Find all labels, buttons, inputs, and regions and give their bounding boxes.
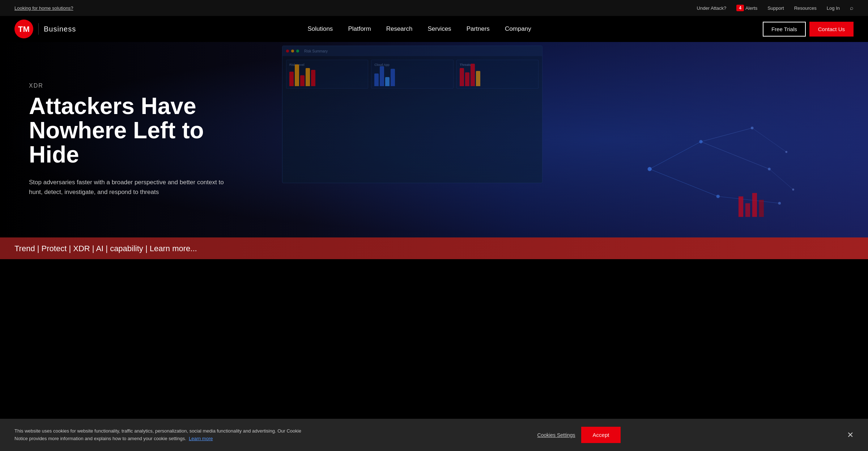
svg-line-2 [650, 142, 701, 169]
svg-point-15 [785, 151, 787, 153]
dash-bar-8 [385, 77, 390, 86]
dash-card-1: Risk Level [286, 60, 368, 89]
nav-platform[interactable]: Platform [341, 16, 377, 42]
dash-card-3: Threats [456, 60, 539, 89]
dash-bar-row-1 [289, 68, 365, 86]
scroll-text: Trend | Protect | XDR | AI | capability … [14, 244, 197, 253]
svg-rect-17 [739, 197, 743, 217]
svg-line-7 [752, 128, 787, 152]
dash-card-2: Cloud App [371, 60, 453, 89]
dashboard-title: Risk Summary [304, 49, 328, 53]
svg-line-8 [769, 169, 793, 190]
dash-bar-2 [295, 64, 299, 86]
resources-link[interactable]: Resources [794, 5, 817, 11]
hero-subtitle: Stop adversaries faster with a broader p… [29, 177, 224, 197]
dashboard-content: Risk Level Cloud App [282, 56, 542, 92]
dash-dot-green [296, 50, 299, 52]
svg-point-10 [699, 140, 702, 143]
dash-bar-12 [471, 64, 475, 86]
nav-links: Solutions Platform Research Services Par… [301, 16, 537, 42]
dash-bar-3 [300, 75, 305, 86]
svg-point-13 [768, 168, 771, 170]
svg-line-3 [650, 169, 718, 197]
svg-point-12 [751, 127, 754, 130]
hero-section: Risk Summary Risk Level Cloud App [0, 42, 868, 237]
hero-screen-graphic: Risk Summary Risk Level Cloud App [260, 42, 868, 237]
free-trials-button[interactable]: Free Trials [763, 22, 806, 37]
top-bar-left: Looking for home solutions? [14, 5, 73, 11]
dash-bar-1 [289, 72, 294, 86]
home-solutions-link[interactable]: Looking for home solutions? [14, 5, 73, 11]
dash-card-1-title: Risk Level [289, 63, 365, 67]
svg-point-11 [716, 195, 720, 198]
alert-badge: 4 [736, 5, 744, 11]
nav-partners[interactable]: Partners [460, 16, 496, 42]
hero-title-line1: Attackers Have [29, 93, 196, 119]
alerts-label: Alerts [745, 5, 757, 11]
nav-actions: Free Trials Contact Us [763, 22, 854, 37]
hero-content: XDR Attackers Have Nowhere Left to Hide … [0, 83, 224, 197]
logo-business-label: Business [44, 25, 76, 33]
nav-research[interactable]: Research [380, 16, 419, 42]
hero-title-line2: Nowhere Left to [29, 117, 204, 143]
svg-rect-19 [752, 193, 757, 217]
dash-bar-4 [306, 68, 310, 86]
hero-title: Attackers Have Nowhere Left to Hide [29, 94, 224, 167]
dash-dot-red [286, 50, 289, 52]
dash-bar-10 [460, 68, 464, 86]
contact-us-button[interactable]: Contact Us [809, 22, 854, 37]
svg-point-16 [792, 189, 794, 191]
login-link[interactable]: Log In [827, 5, 840, 11]
svg-rect-20 [759, 200, 764, 217]
dash-bar-7 [380, 66, 384, 86]
svg-line-5 [701, 142, 769, 169]
dash-card-2-title: Cloud App [374, 63, 450, 67]
dash-bar-row-2 [374, 68, 450, 86]
svg-point-9 [648, 167, 652, 171]
dash-bar-6 [374, 73, 379, 86]
alerts-item[interactable]: 4 Alerts [736, 5, 757, 11]
top-bar: Looking for home solutions? Under Attack… [0, 0, 868, 16]
svg-line-6 [718, 197, 779, 203]
search-icon[interactable]: ⌕ [850, 5, 854, 11]
network-visualization [534, 101, 868, 237]
logo: TM Business [14, 20, 76, 38]
dash-bar-9 [391, 69, 395, 86]
under-attack-link[interactable]: Under Attack? [697, 5, 727, 11]
scroll-strip: Trend | Protect | XDR | AI | capability … [0, 237, 868, 259]
svg-rect-18 [745, 203, 750, 217]
hero-label: XDR [29, 83, 224, 89]
dash-bar-11 [465, 72, 469, 86]
dash-bar-5 [311, 70, 315, 86]
support-link[interactable]: Support [767, 5, 784, 11]
svg-line-4 [701, 128, 752, 142]
top-bar-right: Under Attack? 4 Alerts Support Resources… [697, 5, 854, 11]
dashboard-header: Risk Summary [282, 46, 542, 56]
svg-text:TM: TM [18, 25, 30, 34]
nav-solutions[interactable]: Solutions [301, 16, 339, 42]
dashboard-simulation: Risk Summary Risk Level Cloud App [282, 46, 542, 183]
nav-company[interactable]: Company [498, 16, 538, 42]
gradient-strip: Trend | Protect | XDR | AI | capability … [0, 237, 868, 259]
logo-divider [38, 23, 39, 35]
dash-bar-13 [476, 71, 480, 86]
trendmicro-logo-icon: TM [14, 20, 33, 38]
dash-dot-orange [291, 50, 294, 52]
dash-bar-row-3 [460, 68, 535, 86]
nav-services[interactable]: Services [421, 16, 458, 42]
nav-bar: TM Business Solutions Platform Research … [0, 16, 868, 42]
hero-title-line3: Hide [29, 142, 79, 168]
svg-point-14 [778, 202, 781, 205]
